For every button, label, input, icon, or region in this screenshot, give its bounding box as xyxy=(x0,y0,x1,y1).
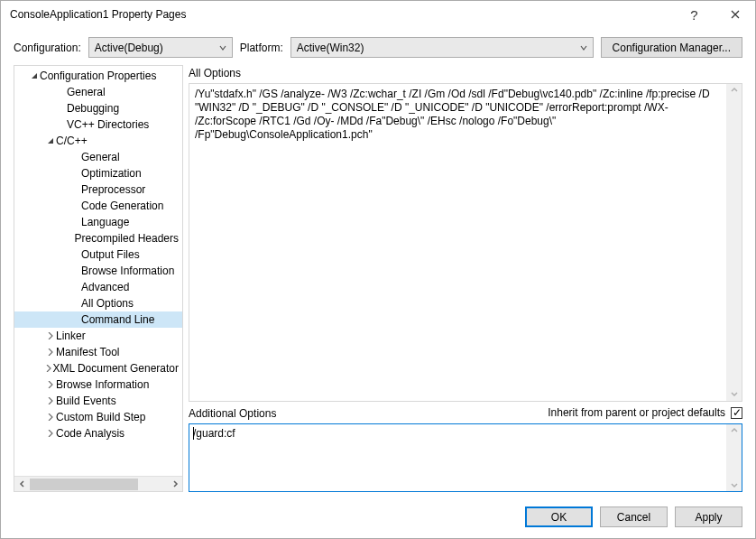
tree-item[interactable]: Browse Information xyxy=(14,376,182,393)
twisty-collapsed-icon[interactable] xyxy=(45,332,56,339)
close-button[interactable] xyxy=(715,1,755,28)
twisty-collapsed-icon[interactable] xyxy=(45,430,56,437)
tree-item-label: General xyxy=(81,151,120,163)
tree-item-label: Optimization xyxy=(81,167,142,180)
tree-item-label: All Options xyxy=(81,297,134,310)
all-options-textbox[interactable]: /Yu"stdafx.h" /GS /analyze- /W3 /Zc:wcha… xyxy=(189,83,742,402)
tree-item[interactable]: All Options xyxy=(14,295,182,311)
titlebar: ConsoleApplication1 Property Pages ? xyxy=(1,1,755,28)
platform-combo[interactable]: Active(Win32) xyxy=(290,37,594,58)
scroll-down-icon xyxy=(731,479,738,491)
twisty-collapsed-icon[interactable] xyxy=(45,348,56,356)
scrollbar-track[interactable] xyxy=(30,477,167,492)
platform-label: Platform: xyxy=(240,42,283,54)
all-options-scrollbar[interactable] xyxy=(726,84,742,401)
properties-tree[interactable]: Configuration PropertiesGeneralDebugging… xyxy=(14,66,182,476)
tree-item-label: Advanced xyxy=(81,281,129,293)
tree-item[interactable]: Code Analysis xyxy=(14,425,182,441)
tree-item[interactable]: Build Events xyxy=(14,393,182,409)
configuration-value: Active(Debug) xyxy=(95,42,163,54)
additional-options-header: Additional Options Inherit from parent o… xyxy=(189,405,742,420)
chevron-down-icon xyxy=(580,42,587,54)
tree-item-label: Build Events xyxy=(56,395,116,407)
twisty-expanded-icon[interactable] xyxy=(45,137,56,144)
tree-item[interactable]: Manifest Tool xyxy=(14,344,182,360)
configuration-manager-button[interactable]: Configuration Manager... xyxy=(601,37,742,58)
twisty-collapsed-icon[interactable] xyxy=(45,381,56,388)
tree-item-label: General xyxy=(67,86,106,98)
tree-panel: Configuration PropertiesGeneralDebugging… xyxy=(14,65,183,492)
help-button[interactable]: ? xyxy=(674,1,715,28)
tree-item[interactable]: C/C++ xyxy=(14,133,182,149)
tree-item[interactable]: Linker xyxy=(14,328,182,344)
configuration-label: Configuration: xyxy=(14,42,81,54)
tree-item-label: Browse Information xyxy=(81,265,174,277)
scroll-up-icon xyxy=(731,424,738,437)
tree-horizontal-scrollbar[interactable] xyxy=(14,476,182,491)
check-icon: ✓ xyxy=(733,407,742,418)
tree-item-label: Command Line xyxy=(81,313,154,326)
tree-item[interactable]: VC++ Directories xyxy=(14,116,182,133)
tree-item[interactable]: XML Document Generator xyxy=(14,360,182,376)
tree-item[interactable]: Language xyxy=(14,214,182,230)
tree-item-label: Precompiled Headers xyxy=(75,232,179,245)
scrollbar-thumb[interactable] xyxy=(30,479,138,490)
tree-item-label: C/C++ xyxy=(56,135,88,147)
scroll-down-icon xyxy=(731,387,738,401)
tree-item-label: Manifest Tool xyxy=(56,346,119,358)
all-options-text: /Yu"stdafx.h" /GS /analyze- /W3 /Zc:wcha… xyxy=(195,88,710,141)
tree-item-label: Browse Information xyxy=(56,378,149,391)
additional-options-label: Additional Options xyxy=(189,407,276,420)
additional-options-scrollbar[interactable] xyxy=(726,424,742,491)
tree-item[interactable]: Output Files xyxy=(14,246,182,263)
tree-item-label: Custom Build Step xyxy=(56,411,145,423)
ok-button[interactable]: OK xyxy=(525,506,593,527)
scroll-up-icon xyxy=(731,84,738,98)
tree-item-label: Code Generation xyxy=(81,200,163,212)
inherit-checkbox[interactable]: ✓ xyxy=(731,407,742,419)
tree-item-label: Preprocessor xyxy=(81,183,145,196)
tree-item-label: Language xyxy=(81,216,129,228)
tree-item[interactable]: Debugging xyxy=(14,100,182,116)
tree-item[interactable]: Precompiled Headers xyxy=(14,230,182,246)
twisty-collapsed-icon[interactable] xyxy=(45,397,56,404)
tree-item[interactable]: Optimization xyxy=(14,165,182,181)
tree-item-label: Code Analysis xyxy=(56,427,124,440)
inherit-label: Inherit from parent or project defaults xyxy=(548,406,725,419)
tree-item[interactable]: General xyxy=(14,84,182,100)
tree-item[interactable]: Custom Build Step xyxy=(14,409,182,425)
tree-item[interactable]: Configuration Properties xyxy=(14,68,182,84)
scroll-left-icon[interactable] xyxy=(14,477,30,492)
tree-item[interactable]: Command Line xyxy=(14,311,182,328)
tree-item[interactable]: Advanced xyxy=(14,279,182,295)
configuration-combo[interactable]: Active(Debug) xyxy=(88,37,233,58)
twisty-collapsed-icon[interactable] xyxy=(45,414,56,421)
twisty-expanded-icon[interactable] xyxy=(29,72,40,79)
cancel-button[interactable]: Cancel xyxy=(600,506,668,527)
tree-item[interactable]: Browse Information xyxy=(14,263,182,279)
apply-button[interactable]: Apply xyxy=(675,506,742,527)
tree-item-label: Configuration Properties xyxy=(40,70,156,82)
chevron-down-icon xyxy=(219,42,226,54)
tree-item[interactable]: General xyxy=(14,149,182,165)
additional-options-value: /guard:cf xyxy=(193,427,235,440)
property-pages-dialog: ConsoleApplication1 Property Pages ? Con… xyxy=(0,0,756,539)
close-icon xyxy=(731,10,740,19)
tree-item-label: Debugging xyxy=(67,102,119,115)
platform-value: Active(Win32) xyxy=(297,42,364,54)
tree-item-label: Linker xyxy=(56,330,86,342)
window-title: ConsoleApplication1 Property Pages xyxy=(10,8,674,21)
twisty-collapsed-icon[interactable] xyxy=(45,365,52,372)
tree-item-label: Output Files xyxy=(81,248,140,261)
dialog-body: Configuration PropertiesGeneralDebugging… xyxy=(1,65,755,499)
additional-options-textbox[interactable]: /guard:cf xyxy=(189,423,742,492)
main-panel: All Options /Yu"stdafx.h" /GS /analyze- … xyxy=(189,65,742,492)
dialog-button-row: OK Cancel Apply xyxy=(1,499,755,538)
all-options-label: All Options xyxy=(189,67,742,79)
tree-item-label: VC++ Directories xyxy=(67,118,149,131)
tree-item[interactable]: Code Generation xyxy=(14,198,182,214)
tree-item-label: XML Document Generator xyxy=(52,362,179,375)
tree-item[interactable]: Preprocessor xyxy=(14,181,182,198)
scroll-right-icon[interactable] xyxy=(167,477,182,492)
config-row: Configuration: Active(Debug) Platform: A… xyxy=(1,28,755,65)
